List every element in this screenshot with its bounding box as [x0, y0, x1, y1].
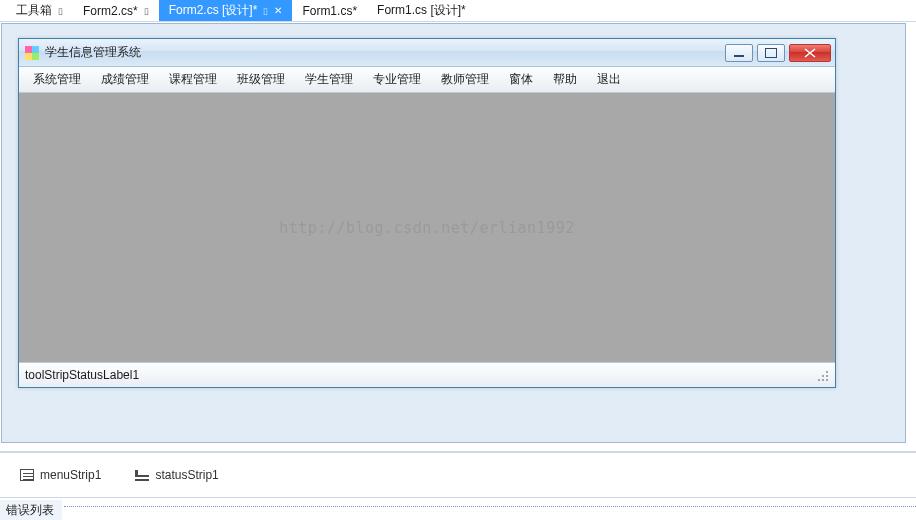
- tray-item-menustrip[interactable]: menuStrip1: [20, 468, 101, 482]
- ide-tab-label: Form1.cs [设计]*: [377, 2, 466, 19]
- menu-score[interactable]: 成绩管理: [91, 67, 159, 92]
- panel-divider: [64, 506, 916, 520]
- close-icon[interactable]: ✕: [274, 5, 282, 16]
- error-list-tab[interactable]: 错误列表: [0, 500, 62, 520]
- ide-tab-label: Form2.cs*: [83, 4, 138, 18]
- pin-icon: ▯: [263, 6, 268, 16]
- menu-major[interactable]: 专业管理: [363, 67, 431, 92]
- ide-tab-form1-cs[interactable]: Form1.cs*: [292, 0, 367, 21]
- winform-title: 学生信息管理系统: [45, 44, 141, 61]
- tray-item-statusstrip[interactable]: statusStrip1: [135, 468, 218, 482]
- winform-menustrip[interactable]: 系统管理 成绩管理 课程管理 班级管理 学生管理 专业管理 教师管理 窗体 帮助…: [19, 67, 835, 93]
- ide-tab-label: Form2.cs [设计]*: [169, 2, 258, 19]
- ide-tab-form1-design[interactable]: Form1.cs [设计]*: [367, 0, 476, 21]
- minimize-button[interactable]: [725, 44, 753, 62]
- winform-window[interactable]: 学生信息管理系统 系统管理 成绩管理 课程管理 班级管理 学生管理 专业管理 教…: [18, 38, 836, 388]
- menu-student[interactable]: 学生管理: [295, 67, 363, 92]
- menu-teacher[interactable]: 教师管理: [431, 67, 499, 92]
- menu-class[interactable]: 班级管理: [227, 67, 295, 92]
- menu-course[interactable]: 课程管理: [159, 67, 227, 92]
- menustrip-icon: [20, 469, 34, 481]
- statusstrip-icon: [135, 469, 149, 481]
- ide-tab-toolbox[interactable]: 工具箱 ▯: [6, 0, 73, 21]
- close-button[interactable]: [789, 44, 831, 62]
- tab-label: 错误列表: [6, 503, 54, 517]
- menu-help[interactable]: 帮助: [543, 67, 587, 92]
- window-controls: [725, 44, 831, 62]
- menu-windows[interactable]: 窗体: [499, 67, 543, 92]
- bottom-panel-tabs: 错误列表: [0, 500, 916, 520]
- winform-titlebar[interactable]: 学生信息管理系统: [19, 39, 835, 67]
- designer-canvas[interactable]: 学生信息管理系统 系统管理 成绩管理 课程管理 班级管理 学生管理 专业管理 教…: [1, 23, 906, 443]
- ide-tab-label: Form1.cs*: [302, 4, 357, 18]
- resize-grip-icon[interactable]: [815, 368, 829, 382]
- ide-tab-label: 工具箱: [16, 2, 52, 19]
- component-tray: menuStrip1 statusStrip1: [0, 452, 916, 498]
- status-label: toolStripStatusLabel1: [25, 368, 139, 382]
- menu-exit[interactable]: 退出: [587, 67, 631, 92]
- pin-icon: ▯: [144, 6, 149, 16]
- ide-tab-form2-cs[interactable]: Form2.cs* ▯: [73, 0, 159, 21]
- menu-system[interactable]: 系统管理: [23, 67, 91, 92]
- winform-client-area[interactable]: http://blog.csdn.net/erlian1992: [19, 93, 835, 363]
- designer-surface: 学生信息管理系统 系统管理 成绩管理 课程管理 班级管理 学生管理 专业管理 教…: [0, 22, 916, 452]
- maximize-button[interactable]: [757, 44, 785, 62]
- app-icon: [25, 46, 39, 60]
- tray-label: statusStrip1: [155, 468, 218, 482]
- tray-label: menuStrip1: [40, 468, 101, 482]
- ide-tab-strip: 工具箱 ▯ Form2.cs* ▯ Form2.cs [设计]* ▯ ✕ For…: [0, 0, 916, 22]
- winform-statusstrip[interactable]: toolStripStatusLabel1: [19, 363, 835, 387]
- watermark-text: http://blog.csdn.net/erlian1992: [19, 219, 835, 237]
- ide-tab-form2-design[interactable]: Form2.cs [设计]* ▯ ✕: [159, 0, 293, 21]
- pin-icon: ▯: [58, 6, 63, 16]
